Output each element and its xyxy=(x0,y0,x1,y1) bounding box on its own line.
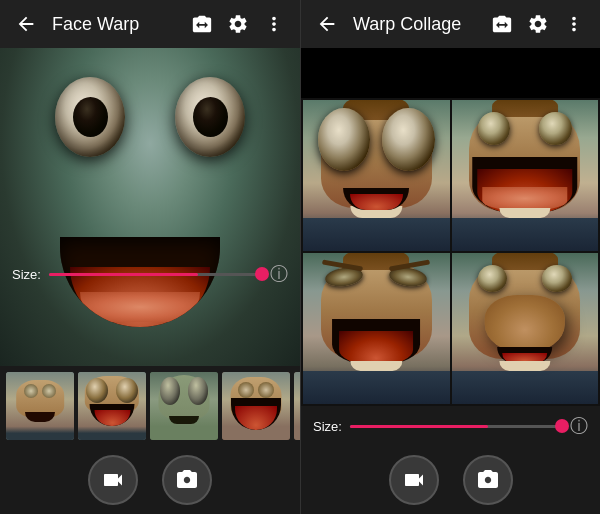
warped-face xyxy=(40,67,260,347)
right-eye xyxy=(175,77,245,157)
black-region xyxy=(301,48,600,98)
warp-collage-panel: Warp Collage xyxy=(300,0,600,514)
face-warp-image xyxy=(0,48,300,366)
left-slider-row: Size: ⓘ xyxy=(0,262,300,286)
right-photo-button[interactable] xyxy=(463,455,513,505)
right-toolbar: Warp Collage xyxy=(301,0,600,48)
collage-cell-2 xyxy=(452,100,599,251)
left-slider-track[interactable] xyxy=(49,273,262,276)
left-slider-thumb[interactable] xyxy=(255,267,269,281)
thumb-warped-1[interactable] xyxy=(78,372,146,440)
face-warp-panel: Face Warp Size: xyxy=(0,0,300,514)
right-camera-switch[interactable] xyxy=(484,6,520,42)
left-settings-button[interactable] xyxy=(220,6,256,42)
left-camera-switch[interactable] xyxy=(184,6,220,42)
collage-cell-3 xyxy=(303,253,450,404)
left-video-button[interactable] xyxy=(88,455,138,505)
right-info-icon[interactable]: ⓘ xyxy=(570,414,588,438)
thumb-normal[interactable] xyxy=(6,372,74,440)
left-more-button[interactable] xyxy=(256,6,292,42)
thumb-alien[interactable] xyxy=(150,372,218,440)
left-toolbar: Face Warp xyxy=(0,0,300,48)
left-photo-button[interactable] xyxy=(162,455,212,505)
left-slider-fill xyxy=(49,273,198,276)
left-camera-view: Size: ⓘ xyxy=(0,48,300,366)
right-settings-button[interactable] xyxy=(520,6,556,42)
right-slider-track[interactable] xyxy=(350,425,562,428)
right-slider-thumb[interactable] xyxy=(555,419,569,433)
collage-cell-1 xyxy=(303,100,450,251)
collage-cell-4 xyxy=(452,253,599,404)
left-title: Face Warp xyxy=(52,14,184,35)
thumb-mouth[interactable] xyxy=(222,372,290,440)
thumb-nose[interactable] xyxy=(294,372,300,440)
right-video-button[interactable] xyxy=(389,455,439,505)
right-more-button[interactable] xyxy=(556,6,592,42)
left-info-icon[interactable]: ⓘ xyxy=(270,262,288,286)
right-slider-label: Size: xyxy=(313,419,342,434)
right-bottom-controls xyxy=(301,446,600,514)
back-button[interactable] xyxy=(8,6,44,42)
collage-grid xyxy=(301,98,600,406)
left-slider-label: Size: xyxy=(12,267,41,282)
right-slider-fill xyxy=(350,425,488,428)
right-slider-row: Size: ⓘ xyxy=(301,406,600,446)
thumbnails-strip xyxy=(0,366,300,446)
right-back-button[interactable] xyxy=(309,6,345,42)
left-bottom-controls xyxy=(0,446,300,514)
left-eye xyxy=(55,77,125,157)
right-title: Warp Collage xyxy=(353,14,484,35)
